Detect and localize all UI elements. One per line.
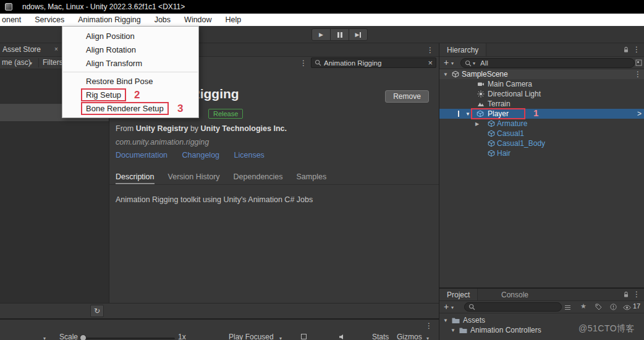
- menu-jobs[interactable]: Jobs: [148, 14, 177, 26]
- hierarchy-search-field[interactable]: ▾ All: [460, 58, 635, 68]
- prefab-open-arrow-icon[interactable]: >: [637, 109, 642, 119]
- label-icon[interactable]: [595, 304, 602, 310]
- hierarchy-panel: Hierarchy ⋮ + ▾ ▾ All ▼ SampleScene ⋮ Ma…: [439, 43, 644, 287]
- hierarchy-item-directional-light[interactable]: Directional Light: [439, 89, 644, 99]
- hierarchy-tree: ▼ SampleScene ⋮ Main Camera Directional …: [439, 69, 644, 287]
- prefab-cube-icon: [477, 110, 484, 117]
- lock-icon[interactable]: [623, 291, 629, 298]
- play-button[interactable]: ▶: [311, 28, 331, 41]
- lock-icon[interactable]: [623, 46, 629, 53]
- project-search-field[interactable]: [464, 302, 562, 312]
- divider: [38, 58, 39, 67]
- kebab-menu-icon[interactable]: ⋮: [633, 45, 640, 54]
- mute-audio-icon[interactable]: [339, 334, 345, 340]
- hierarchy-item-samplescene[interactable]: ▼ SampleScene ⋮: [439, 69, 644, 79]
- project-search-input[interactable]: [475, 304, 561, 311]
- hierarchy-item-armature[interactable]: ▶ Armature: [439, 119, 644, 129]
- clear-search-icon[interactable]: ×: [428, 58, 433, 67]
- menu-item-align-transform[interactable]: Align Transform: [62, 56, 198, 70]
- scale-slider-track[interactable]: [82, 338, 175, 339]
- package-manager-status-bar: ↻: [0, 303, 439, 318]
- scale-label: Scale: [59, 333, 78, 340]
- object-name: Terrain: [488, 99, 511, 109]
- foldout-open-icon[interactable]: ▼: [465, 111, 470, 117]
- kebab-menu-icon[interactable]: ⋮: [633, 290, 640, 299]
- menu-item-align-rotation[interactable]: Align Rotation: [62, 43, 198, 56]
- registry-name: Unity Registry: [136, 124, 189, 133]
- hierarchy-item-casual1-body[interactable]: Casual1_Body: [439, 138, 644, 148]
- project-toolbar: + ▾ ★ 17: [439, 301, 644, 313]
- menu-window[interactable]: Window: [177, 14, 218, 26]
- search-by-type-icon[interactable]: [635, 59, 642, 66]
- package-description: Animation Rigging toolkit using Unity's …: [116, 195, 313, 204]
- package-search-field[interactable]: ×: [311, 57, 436, 68]
- foldout-open-icon[interactable]: ▼: [443, 318, 448, 324]
- tab-dependencies[interactable]: Dependencies: [234, 170, 283, 184]
- folder-icon: [459, 327, 467, 334]
- refresh-button[interactable]: ↻: [90, 305, 104, 317]
- tab-version-history[interactable]: Version History: [168, 170, 220, 184]
- search-options-kebab-icon[interactable]: ⋮: [300, 59, 307, 67]
- tab-close-icon[interactable]: ×: [54, 46, 58, 53]
- tab-hierarchy[interactable]: Hierarchy: [439, 43, 486, 56]
- link-documentation[interactable]: Documentation: [116, 151, 167, 159]
- hidden-count: 17: [633, 302, 640, 310]
- tab-console[interactable]: Console: [494, 289, 536, 300]
- step-icon: ▶: [355, 32, 360, 38]
- foldout-open-icon[interactable]: ▼: [443, 72, 448, 78]
- menu-item-rig-setup[interactable]: Rig Setup: [62, 88, 198, 101]
- menu-item-align-position[interactable]: Align Position: [62, 29, 198, 43]
- hierarchy-item-terrain[interactable]: Terrain: [439, 99, 644, 109]
- kebab-menu-icon[interactable]: ⋮: [634, 70, 642, 79]
- menu-separator: [63, 72, 198, 72]
- filters-button[interactable]: Filters: [43, 57, 63, 69]
- menu-animation-rigging[interactable]: Animation Rigging: [71, 14, 147, 26]
- kebab-menu-icon[interactable]: ⋮: [426, 46, 434, 54]
- play-focused-dropdown[interactable]: Play Focused: [229, 333, 274, 340]
- annotation-box-3: Bone Renderer Setup: [81, 102, 169, 115]
- menu-help[interactable]: Help: [219, 14, 248, 26]
- foldout-open-icon[interactable]: ▼: [451, 328, 455, 334]
- chevron-down-icon: ▾: [426, 336, 429, 340]
- tab-description[interactable]: Description: [116, 170, 155, 184]
- chevron-down-icon[interactable]: ▾: [43, 336, 46, 340]
- kebab-menu-icon[interactable]: ⋮: [425, 321, 433, 330]
- remove-package-button[interactable]: Remove: [385, 90, 429, 103]
- menu-services[interactable]: Services: [28, 14, 71, 26]
- stats-toggle[interactable]: Stats: [372, 333, 389, 340]
- gizmos-dropdown[interactable]: Gizmos: [397, 333, 422, 340]
- hierarchy-toolbar: + ▾ ▾ All: [439, 57, 644, 69]
- hierarchy-item-player[interactable]: ▼ Player 1 >: [439, 109, 644, 119]
- eye-icon[interactable]: [623, 305, 631, 310]
- menu-item-restore-bind-pose[interactable]: Restore Bind Pose: [62, 74, 198, 88]
- light-icon: [477, 90, 485, 98]
- menu-item-label: Bone Renderer Setup: [86, 104, 164, 113]
- create-asset-button[interactable]: +: [444, 301, 449, 313]
- menu-component[interactable]: onent: [0, 14, 28, 26]
- fullscreen-on-play-icon[interactable]: [301, 334, 307, 339]
- hierarchy-item-main-camera[interactable]: Main Camera: [439, 79, 644, 89]
- tab-project[interactable]: Project: [439, 289, 478, 300]
- step-button[interactable]: ▶: [349, 28, 368, 41]
- hierarchy-item-casual1[interactable]: Casual1: [439, 129, 644, 138]
- hierarchy-item-hair[interactable]: Hair: [439, 148, 644, 158]
- menu-item-label: Restore Bind Pose: [86, 77, 153, 86]
- favorites-icon[interactable]: ★: [580, 302, 587, 310]
- annotation-number-2: 2: [134, 89, 140, 101]
- scale-slider-knob[interactable]: [80, 334, 87, 340]
- search-by-type-icon[interactable]: [564, 304, 571, 311]
- tab-asset-store[interactable]: Asset Store: [2, 43, 41, 56]
- create-object-button[interactable]: +: [444, 57, 449, 69]
- package-links: Documentation Changelog Licenses: [116, 151, 277, 159]
- tab-samples[interactable]: Samples: [297, 170, 327, 184]
- link-licenses[interactable]: Licenses: [234, 151, 265, 159]
- foldout-closed-icon[interactable]: ▶: [475, 121, 479, 127]
- pause-button[interactable]: [330, 28, 349, 41]
- info-icon[interactable]: [610, 304, 617, 310]
- link-changelog[interactable]: Changelog: [182, 151, 219, 159]
- sort-dropdown[interactable]: me (asc): [2, 57, 31, 69]
- chevron-down-icon: ▾: [30, 61, 32, 66]
- search-input[interactable]: [324, 59, 428, 67]
- search-filter-caret-icon[interactable]: ▾: [473, 61, 475, 66]
- refresh-icon: ↻: [94, 307, 100, 315]
